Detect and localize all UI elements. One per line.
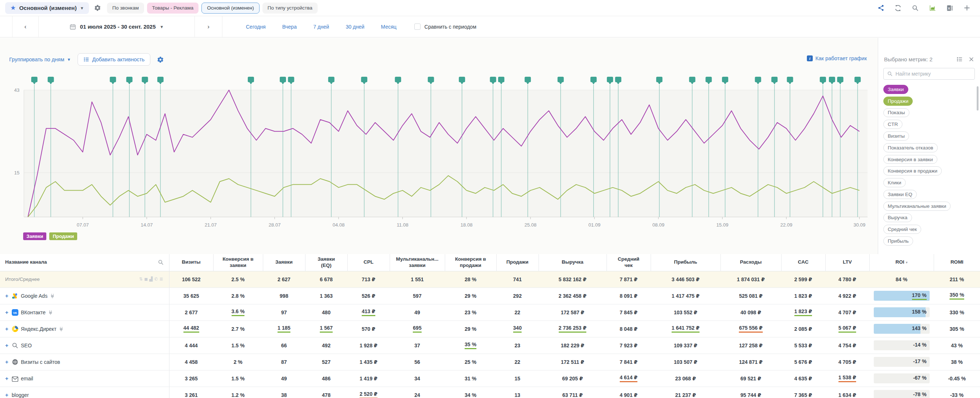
activity-marker[interactable] [837, 77, 843, 84]
column-header-9[interactable]: Выручка [539, 254, 606, 271]
dashboard-selector[interactable]: ★ Основной (изменен) ▼ [5, 2, 89, 14]
activity-marker[interactable] [459, 77, 465, 84]
channel-name-cell[interactable]: +Google Ads [0, 287, 169, 304]
activity-marker[interactable] [498, 77, 504, 84]
activity-marker[interactable] [656, 77, 662, 84]
activity-marker[interactable] [126, 77, 132, 84]
column-header-4[interactable]: Заявки (EQ) [305, 254, 347, 271]
column-header-1[interactable]: Визиты [169, 254, 213, 271]
activity-marker[interactable] [820, 77, 826, 84]
metric-chip-6[interactable]: Конверсия в заявки [883, 155, 937, 164]
table-row-Визиты с сайтов[interactable]: +Визиты с сайтов4 4582 %875271 435 ₽5625… [0, 354, 980, 370]
activity-marker[interactable] [829, 77, 835, 84]
search-icon[interactable] [912, 5, 919, 12]
quick-range-link-0[interactable]: Сегодня [246, 24, 266, 30]
metric-chip-10[interactable]: Мультиканальные заявки [883, 201, 951, 211]
compare-checkbox[interactable] [414, 24, 420, 30]
report-tab-0[interactable]: По звонкам [107, 3, 144, 14]
report-tab-1[interactable]: Товары - Реклама [147, 3, 199, 14]
report-tab-2[interactable]: Основной (изменен) [202, 3, 259, 14]
table-row-ВКонтакте[interactable]: +VKВКонтакте2 6773.6 %97480413 ₽4923 %22… [0, 304, 980, 320]
activity-marker[interactable] [361, 77, 367, 84]
table-row-Google Ads[interactable]: +Google Ads35 6252.8 %9981 363526 ₽59729… [0, 287, 980, 304]
metric-chip-13[interactable]: Прибыль [883, 236, 913, 246]
column-header-6[interactable]: Мультиканальн... заявки [390, 254, 445, 271]
activity-marker[interactable] [110, 77, 116, 84]
activity-marker[interactable] [722, 77, 728, 84]
column-header-15[interactable]: ROI▾ [869, 254, 934, 271]
column-header-12[interactable]: Расходы [721, 254, 781, 271]
metric-chip-8[interactable]: Клики [883, 178, 906, 187]
metric-search[interactable] [883, 68, 975, 80]
activity-marker[interactable] [428, 77, 434, 84]
settings-gear-icon[interactable] [94, 5, 101, 11]
quick-range-link-4[interactable]: Месяц [381, 24, 396, 30]
share-icon[interactable] [877, 5, 885, 11]
activity-marker[interactable] [490, 77, 496, 84]
expand-row-button[interactable]: + [5, 359, 8, 365]
activity-marker[interactable] [607, 77, 613, 84]
metric-chip-0[interactable]: Заявки [883, 85, 908, 94]
activity-marker[interactable] [142, 77, 148, 84]
refresh-icon[interactable] [894, 5, 902, 12]
close-panel-icon[interactable] [969, 57, 974, 62]
table-row-email[interactable]: +email3 2651.5 %494861 419 ₽3431 %1569 2… [0, 370, 980, 387]
column-header-2[interactable]: Конверсия в заявки [213, 254, 263, 271]
metric-chip-3[interactable]: CTR [883, 120, 902, 129]
column-header-14[interactable]: LTV [825, 254, 869, 271]
activity-marker[interactable] [771, 77, 778, 84]
activity-marker[interactable] [787, 77, 793, 84]
table-row-Яндекс.Директ[interactable]: +Яндекс.Директ44 4822.7 %1 1851 567570 ₽… [0, 320, 980, 337]
activity-marker[interactable] [525, 77, 531, 84]
table-search-icon[interactable] [158, 259, 164, 265]
metric-chip-7[interactable]: Конверсия в продажи [883, 166, 942, 176]
expand-row-button[interactable]: + [5, 309, 8, 316]
activity-marker[interactable] [855, 77, 861, 84]
date-range-picker[interactable]: 01 июля 2025 - 30 сент. 2025 ▼ [38, 16, 195, 37]
channel-name-cell[interactable]: +SEO [0, 337, 169, 354]
activity-marker[interactable] [395, 77, 401, 84]
legend-badge[interactable]: Заявки [23, 232, 46, 240]
metric-chip-2[interactable]: Показы [883, 108, 909, 117]
column-header-name[interactable]: Название канала [0, 254, 169, 271]
table-row-blogger[interactable]: +blogger3 2611.2 %384782 520 ₽2434 %1363… [0, 387, 980, 398]
activity-marker[interactable] [31, 77, 38, 84]
activity-marker[interactable] [590, 77, 597, 84]
metric-chip-9[interactable]: Заявки EQ [883, 190, 917, 199]
timeseries-chart[interactable]: 154307.0714.0721.0728.0704.0811.0818.082… [0, 75, 878, 247]
channel-name-cell[interactable]: +email [0, 370, 169, 387]
next-period-button[interactable]: › [195, 16, 223, 37]
metric-chip-4[interactable]: Визиты [883, 132, 909, 141]
channel-name-cell[interactable]: +blogger [0, 387, 169, 398]
report-tab-3[interactable]: По типу устройства [262, 3, 318, 14]
quick-range-link-1[interactable]: Вчера [282, 24, 297, 30]
metrics-list-icon[interactable] [956, 56, 963, 62]
channel-name-cell[interactable]: +Визиты с сайтов [0, 354, 169, 370]
chart-report-icon[interactable] [929, 5, 936, 12]
activity-marker[interactable] [755, 77, 761, 84]
table-row-SEO[interactable]: +SEO4 4441.5 %664921 928 ₽3735 %23182 22… [0, 337, 980, 354]
channel-name-cell[interactable]: +Яндекс.Директ [0, 320, 169, 337]
add-widget-icon[interactable] [964, 5, 970, 11]
metric-chip-11[interactable]: Выручка [883, 213, 912, 222]
group-by-dropdown[interactable]: Группировать по дням▼ [9, 57, 71, 62]
metric-search-input[interactable] [896, 71, 969, 77]
activity-marker[interactable] [48, 77, 54, 84]
activity-marker[interactable] [288, 77, 294, 84]
quick-range-link-3[interactable]: 30 дней [345, 24, 364, 30]
activity-marker[interactable] [248, 77, 254, 84]
panel-scrollbar[interactable] [977, 86, 978, 111]
column-header-8[interactable]: Продажи [496, 254, 539, 271]
activity-marker[interactable] [689, 77, 695, 84]
activity-marker[interactable] [615, 77, 621, 84]
metric-chip-1[interactable]: Продажи [883, 97, 913, 106]
channel-name-cell[interactable]: +VKВКонтакте [0, 304, 169, 320]
activity-marker[interactable] [158, 77, 164, 84]
column-header-13[interactable]: CAC [781, 254, 825, 271]
expand-row-button[interactable]: + [5, 293, 8, 299]
column-header-16[interactable]: ROMI [934, 254, 980, 271]
expand-row-button[interactable]: + [5, 342, 8, 349]
metric-chip-5[interactable]: Показатель отказов [883, 143, 938, 152]
activity-marker[interactable] [558, 77, 564, 84]
legend-badge[interactable]: Продажи [49, 232, 77, 240]
